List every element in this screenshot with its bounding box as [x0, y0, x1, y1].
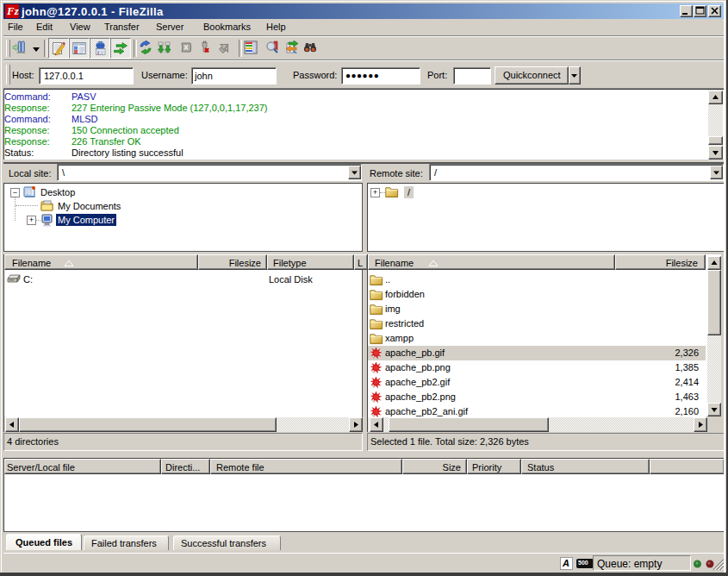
svg-text:Fz: Fz	[6, 4, 19, 17]
